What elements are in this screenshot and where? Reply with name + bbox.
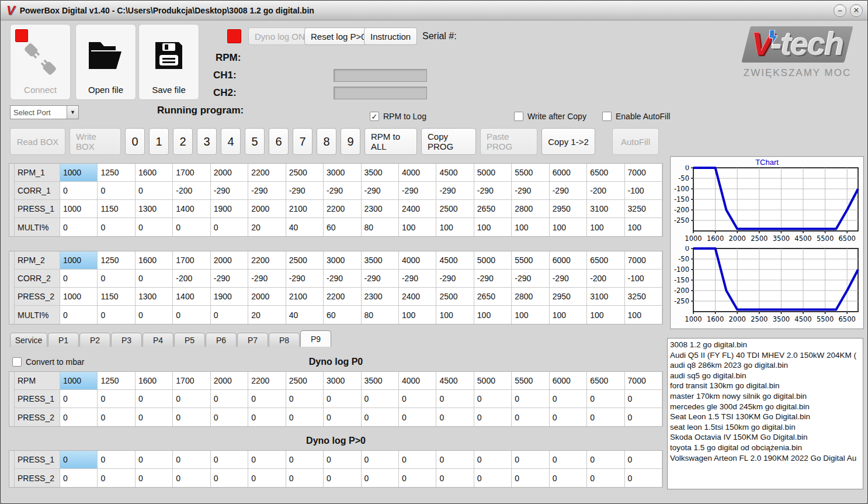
table-cell[interactable]: 1000 xyxy=(60,200,98,218)
table-cell[interactable]: 0 xyxy=(136,408,173,426)
table-cell[interactable]: 0 xyxy=(98,408,135,426)
table-cell[interactable]: 0 xyxy=(60,451,98,468)
copy-1-to-2-button[interactable]: Copy 1->2 xyxy=(541,128,595,155)
table-cell[interactable]: 0 xyxy=(60,469,98,487)
table-cell[interactable]: 3100 xyxy=(587,288,624,305)
table-cell[interactable]: -200 xyxy=(173,182,210,199)
table-cell[interactable]: 6000 xyxy=(550,164,587,181)
table-cell[interactable]: 2500 xyxy=(286,251,324,269)
table-cell[interactable]: 0 xyxy=(625,408,662,426)
table-cell[interactable]: 0 xyxy=(173,218,210,236)
tab-p6[interactable]: P6 xyxy=(206,333,237,347)
table-cell[interactable]: 100 xyxy=(436,306,474,324)
table-cell[interactable]: 2100 xyxy=(286,288,324,305)
save-file-button[interactable]: Save file xyxy=(138,24,199,100)
table-cell[interactable]: 0 xyxy=(98,270,135,287)
paste-prog-button[interactable]: Paste PROG xyxy=(480,128,537,155)
table-cell[interactable]: 0 xyxy=(173,390,210,408)
file-list-item[interactable]: Seat Leon 1.5 TSI 130KM Go Digital.bin xyxy=(670,412,863,422)
table-cell[interactable]: 2000 xyxy=(211,251,248,269)
table-cell[interactable]: 3250 xyxy=(625,200,662,218)
table-cell[interactable]: -100 xyxy=(625,182,662,199)
table-cell[interactable]: 5500 xyxy=(512,372,549,389)
table-cell[interactable]: 1600 xyxy=(136,164,173,181)
table-cell[interactable]: 2500 xyxy=(286,164,324,181)
table-cell[interactable]: 1900 xyxy=(211,288,248,305)
tab-p9[interactable]: P9 xyxy=(300,330,331,347)
table-cell[interactable]: 100 xyxy=(474,218,512,236)
digit-button-6[interactable]: 6 xyxy=(269,128,289,155)
table-cell[interactable]: 0 xyxy=(286,390,324,408)
digit-button-4[interactable]: 4 xyxy=(221,128,241,155)
tab-p8[interactable]: P8 xyxy=(269,333,300,347)
table-cell[interactable]: 0 xyxy=(550,390,587,408)
table-cell[interactable]: 0 xyxy=(286,451,324,468)
table-cell[interactable]: 1600 xyxy=(136,251,173,269)
table-cell[interactable]: 0 xyxy=(550,469,587,487)
table-cell[interactable]: 3000 xyxy=(324,164,361,181)
table-cell[interactable]: 0 xyxy=(173,408,210,426)
table-cell[interactable]: 2000 xyxy=(211,164,248,181)
table-cell[interactable]: 0 xyxy=(550,451,587,468)
table-cell[interactable]: 0 xyxy=(362,390,399,408)
write-after-copy-checkbox[interactable]: ✓ Write after Copy xyxy=(514,112,586,121)
table-cell[interactable]: -200 xyxy=(173,270,210,287)
table-cell[interactable]: 4000 xyxy=(399,372,436,389)
table-cell[interactable]: 100 xyxy=(436,218,474,236)
table-cell[interactable]: 5500 xyxy=(512,164,549,181)
tab-p5[interactable]: P5 xyxy=(174,333,205,347)
table-cell[interactable]: 2300 xyxy=(362,288,399,305)
tab-p4[interactable]: P4 xyxy=(143,333,173,347)
tab-p2[interactable]: P2 xyxy=(79,333,110,347)
table-cell[interactable]: 80 xyxy=(362,218,399,236)
table-cell[interactable]: 2650 xyxy=(474,200,512,218)
chevron-down-icon[interactable]: ▼ xyxy=(67,106,78,119)
table-cell[interactable]: 5000 xyxy=(474,372,512,389)
table-cell[interactable]: 0 xyxy=(362,469,399,487)
table-cell[interactable]: 1700 xyxy=(173,251,210,269)
table-cell[interactable]: 0 xyxy=(436,390,474,408)
table-cell[interactable]: 1000 xyxy=(60,372,98,389)
table-cell[interactable]: -290 xyxy=(211,182,248,199)
table-cell[interactable]: -290 xyxy=(248,182,286,199)
file-list-item[interactable]: mercedes gle 300d 245km go digital.bin xyxy=(670,402,863,412)
file-list-item[interactable]: master 170km nowy silnik go digital.bin xyxy=(670,391,863,402)
table-cell[interactable]: 6500 xyxy=(587,372,624,389)
file-list-item[interactable]: toyota 1.5 go digital od obciążenia.bin xyxy=(670,443,863,453)
digit-button-3[interactable]: 3 xyxy=(197,128,217,155)
table-cell[interactable]: 0 xyxy=(211,218,248,236)
table-cell[interactable]: 0 xyxy=(362,408,399,426)
table-cell[interactable]: 80 xyxy=(362,306,399,324)
digit-button-2[interactable]: 2 xyxy=(173,128,193,155)
table-cell[interactable]: 4000 xyxy=(399,251,436,269)
table-cell[interactable]: 100 xyxy=(399,218,436,236)
table-cell[interactable]: 0 xyxy=(324,390,361,408)
table-cell[interactable]: 2200 xyxy=(248,372,286,389)
table-cell[interactable]: 100 xyxy=(512,218,549,236)
table-cell[interactable]: 100 xyxy=(550,306,587,324)
table-cell[interactable]: -290 xyxy=(436,270,474,287)
table-cell[interactable]: 0 xyxy=(60,390,98,408)
file-list-item[interactable]: ford transit 130km go digital.bin xyxy=(670,381,863,391)
table-cell[interactable]: 2500 xyxy=(436,288,474,305)
table-cell[interactable]: 0 xyxy=(512,469,549,487)
table-cell[interactable]: 0 xyxy=(173,451,210,468)
table-cell[interactable]: 0 xyxy=(98,306,135,324)
table-cell[interactable]: 100 xyxy=(587,218,624,236)
table-cell[interactable]: 60 xyxy=(324,306,361,324)
table-cell[interactable]: 2000 xyxy=(211,372,248,389)
table-cell[interactable]: 1000 xyxy=(60,288,98,305)
write-box-button[interactable]: Write BOX xyxy=(70,128,121,155)
table-cell[interactable]: 3500 xyxy=(362,251,399,269)
table-cell[interactable]: 2650 xyxy=(474,288,512,305)
table-cell[interactable]: 0 xyxy=(136,270,173,287)
table-cell[interactable]: 2000 xyxy=(248,200,286,218)
digit-button-8[interactable]: 8 xyxy=(317,128,336,155)
table-cell[interactable]: 0 xyxy=(248,469,286,487)
table-cell[interactable]: 6500 xyxy=(587,164,624,181)
table-cell[interactable]: 0 xyxy=(136,451,173,468)
table-cell[interactable]: 1600 xyxy=(136,372,173,389)
table-cell[interactable]: 2500 xyxy=(436,200,474,218)
tab-p7[interactable]: P7 xyxy=(237,333,268,347)
table-cell[interactable]: 0 xyxy=(399,408,436,426)
